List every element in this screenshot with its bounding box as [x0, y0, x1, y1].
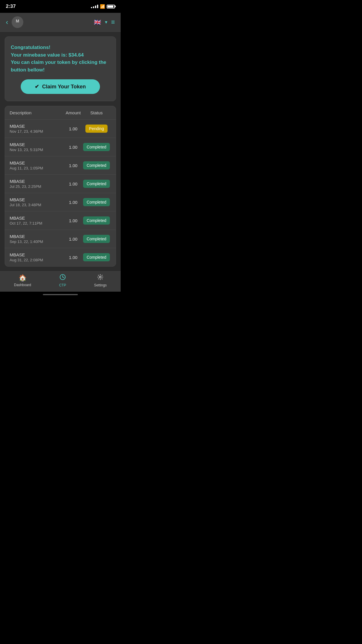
svg-text:M: M	[16, 19, 19, 23]
congrats-card: Congratulations! Your minebase value is:…	[5, 36, 116, 101]
bottom-nav: 🏠 Dashboard CTP	[0, 271, 121, 292]
row-title: MBASE	[10, 124, 64, 129]
status-badge: Completed	[83, 235, 110, 243]
row-amount: 1.00	[64, 126, 82, 131]
dashboard-label: Dashboard	[14, 283, 31, 287]
check-icon: ✔	[35, 83, 39, 90]
ctp-label: CTP	[59, 283, 66, 287]
nav-item-settings[interactable]: Settings	[94, 274, 107, 287]
row-title: MBASE	[10, 252, 64, 257]
flag-icon: 🇬🇧	[94, 19, 101, 26]
header-left: ‹ M	[6, 16, 23, 28]
row-amount: 1.00	[64, 200, 82, 205]
language-dropdown-arrow[interactable]: ▼	[104, 20, 108, 24]
claim-button-label: Claim Your Token	[42, 84, 86, 90]
back-button[interactable]: ‹	[6, 18, 8, 26]
row-date: Oct 17, 22, 7:11PM	[10, 221, 64, 225]
logo-avatar: M	[12, 16, 23, 28]
phone-wrapper: 2:37 📶 ‹ M	[0, 0, 121, 298]
nav-item-dashboard[interactable]: 🏠 Dashboard	[14, 274, 31, 287]
hamburger-menu-button[interactable]: ≡	[111, 18, 115, 26]
status-badge: Completed	[83, 143, 110, 151]
settings-label: Settings	[94, 283, 107, 287]
app-content: ‹ M 🇬🇧 ▼ ≡	[0, 13, 121, 292]
row-description: MBASE Nov 17, 23, 4:36PM	[10, 124, 64, 134]
row-date: Aug 11, 23, 1:05PM	[10, 166, 64, 170]
table-row: MBASE Nov 13, 23, 5:31PM 1.00 Completed	[5, 138, 116, 156]
svg-point-3	[99, 276, 101, 278]
ctp-icon	[59, 274, 66, 282]
row-status: Completed	[82, 253, 111, 261]
row-date: Jul 18, 23, 3:48PM	[10, 203, 64, 207]
row-description: MBASE Sep 13, 22, 1:40PM	[10, 234, 64, 244]
status-icons: 📶	[91, 4, 115, 9]
row-description: MBASE Oct 17, 22, 7:11PM	[10, 216, 64, 225]
row-date: Nov 17, 23, 4:36PM	[10, 129, 64, 134]
home-icon: 🏠	[19, 274, 27, 282]
home-indicator	[0, 292, 121, 298]
table-row: MBASE Sep 13, 22, 1:40PM 1.00 Completed	[5, 230, 116, 248]
home-bar	[43, 294, 78, 295]
signal-icon	[91, 5, 98, 8]
row-status: Completed	[82, 216, 111, 225]
header-right: 🇬🇧 ▼ ≡	[94, 18, 115, 26]
row-description: MBASE Nov 13, 23, 5:31PM	[10, 142, 64, 152]
col-status: Status	[82, 110, 111, 115]
status-badge: Completed	[83, 253, 110, 261]
claim-token-button[interactable]: ✔ Claim Your Token	[21, 79, 100, 94]
nav-item-ctp[interactable]: CTP	[59, 274, 66, 287]
row-amount: 1.00	[64, 181, 82, 186]
main-content: Congratulations! Your minebase value is:…	[0, 32, 121, 271]
table-row: MBASE Aug 31, 22, 2:08PM 1.00 Completed	[5, 248, 116, 266]
status-badge: Completed	[83, 161, 110, 169]
row-status: Completed	[82, 198, 111, 206]
row-amount: 1.00	[64, 145, 82, 150]
table-row: MBASE Aug 11, 23, 1:05PM 1.00 Completed	[5, 156, 116, 175]
row-amount: 1.00	[64, 255, 82, 260]
logo-text: M	[12, 16, 23, 28]
row-description: MBASE Aug 31, 22, 2:08PM	[10, 252, 64, 262]
col-amount: Amount	[64, 110, 82, 115]
row-title: MBASE	[10, 179, 64, 184]
wifi-icon: 📶	[100, 4, 105, 9]
table-body: MBASE Nov 17, 23, 4:36PM 1.00 Pending MB…	[5, 120, 116, 266]
congrats-text: Congratulations! Your minebase value is:…	[11, 44, 110, 74]
row-status: Completed	[82, 180, 111, 188]
transactions-table: Description Amount Status MBASE Nov 17, …	[5, 106, 116, 267]
table-row: MBASE Jul 18, 23, 3:48PM 1.00 Completed	[5, 193, 116, 211]
row-status: Completed	[82, 143, 111, 151]
row-description: MBASE Jul 25, 23, 2:25PM	[10, 179, 64, 189]
battery-icon	[107, 5, 115, 8]
row-title: MBASE	[10, 216, 64, 220]
row-date: Nov 13, 23, 5:31PM	[10, 148, 64, 152]
congrats-line1: Congratulations!	[11, 45, 50, 50]
table-row: MBASE Jul 25, 23, 2:25PM 1.00 Completed	[5, 175, 116, 193]
header: ‹ M 🇬🇧 ▼ ≡	[0, 13, 121, 32]
row-date: Jul 25, 23, 2:25PM	[10, 184, 64, 189]
table-row: MBASE Nov 17, 23, 4:36PM 1.00 Pending	[5, 120, 116, 138]
row-description: MBASE Jul 18, 23, 3:48PM	[10, 197, 64, 207]
table-row: MBASE Oct 17, 22, 7:11PM 1.00 Completed	[5, 211, 116, 230]
row-amount: 1.00	[64, 163, 82, 168]
settings-icon	[97, 274, 103, 282]
row-title: MBASE	[10, 142, 64, 147]
congrats-line2: Your minebase value is: $34.64	[11, 52, 84, 58]
row-title: MBASE	[10, 234, 64, 239]
status-badge: Completed	[83, 198, 110, 206]
row-amount: 1.00	[64, 218, 82, 223]
table-header: Description Amount Status	[5, 106, 116, 120]
status-badge: Completed	[83, 180, 110, 188]
row-title: MBASE	[10, 197, 64, 202]
row-description: MBASE Aug 11, 23, 1:05PM	[10, 160, 64, 170]
row-amount: 1.00	[64, 237, 82, 242]
row-status: Completed	[82, 235, 111, 243]
status-badge: Pending	[85, 125, 107, 133]
row-title: MBASE	[10, 160, 64, 165]
row-status: Completed	[82, 161, 111, 169]
congrats-line3: You can claim your token by clicking the…	[11, 60, 106, 73]
row-date: Aug 31, 22, 2:08PM	[10, 258, 64, 262]
col-description: Description	[10, 110, 64, 115]
status-time: 2:37	[6, 4, 16, 9]
logo-svg: M	[12, 16, 23, 27]
row-status: Pending	[82, 125, 111, 133]
